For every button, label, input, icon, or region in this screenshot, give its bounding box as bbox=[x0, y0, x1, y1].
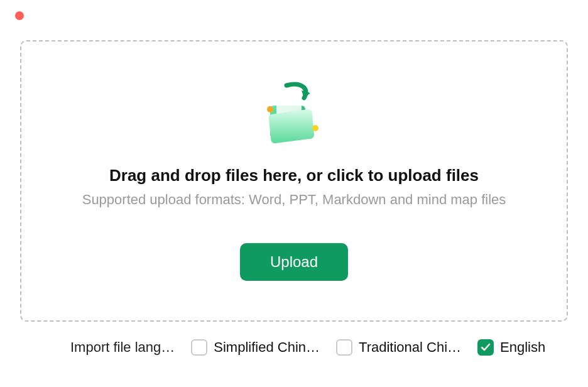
folder-upload-icon bbox=[256, 79, 332, 155]
close-window-button[interactable] bbox=[15, 11, 24, 20]
window-controls bbox=[0, 0, 588, 23]
svg-point-1 bbox=[267, 106, 273, 112]
language-option-simplified-chinese[interactable]: Simplified Chin… bbox=[191, 339, 320, 356]
checkbox-icon bbox=[191, 339, 207, 356]
language-option-label: Simplified Chin… bbox=[214, 339, 320, 356]
language-option-traditional-chinese[interactable]: Traditional Chi… bbox=[336, 339, 461, 356]
upload-button[interactable]: Upload bbox=[240, 243, 348, 281]
upload-dropzone[interactable]: Drag and drop files here, or click to up… bbox=[20, 40, 568, 322]
language-option-label: Traditional Chi… bbox=[359, 339, 461, 356]
dropzone-subtitle: Supported upload formats: Word, PPT, Mar… bbox=[82, 192, 506, 208]
checkbox-icon bbox=[477, 339, 494, 356]
import-language-label: Import file lang… bbox=[70, 339, 175, 356]
dropzone-title: Drag and drop files here, or click to up… bbox=[109, 166, 479, 185]
checkbox-icon bbox=[336, 339, 352, 356]
language-option-english[interactable]: English bbox=[477, 339, 545, 356]
import-language-row: Import file lang… Simplified Chin… Tradi… bbox=[0, 322, 588, 356]
svg-point-2 bbox=[312, 125, 318, 131]
language-option-label: English bbox=[500, 339, 545, 356]
